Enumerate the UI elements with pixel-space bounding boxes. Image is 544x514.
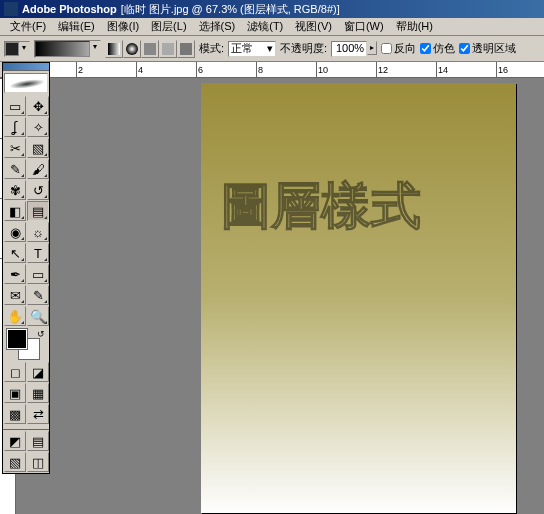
app-icon [4,2,18,16]
menu-file[interactable]: 文件(F) [4,18,52,35]
brush-preview [4,73,48,93]
chevron-down-icon: ▾ [267,42,273,55]
ruler-tick: 4 [136,62,143,78]
title-bar: Adobe Photoshop [临时 图片.jpg @ 67.3% (图层样式… [0,0,544,18]
gradient-type-group [105,40,195,58]
mode-button-row: ◻◪▣▦▩⇄ [3,361,49,425]
move-tool[interactable]: ✥ [27,96,49,116]
zoom-tool[interactable]: 🔍 [27,306,49,326]
dodge-tool[interactable]: ☼ [27,222,49,242]
marquee-tool[interactable]: ▭ [4,96,26,116]
ruler-tick: 12 [376,62,388,78]
extra-palette: ◩▤▧◫ [3,429,49,473]
workspace: 0246810121416 0246 圖層樣式 [0,62,544,514]
ruler-tick: 14 [436,62,448,78]
reflected-gradient-button[interactable] [159,40,177,58]
menu-layer[interactable]: 图层(L) [145,18,192,35]
type-tool[interactable]: T [27,243,49,263]
path-selection-tool[interactable]: ↖ [4,243,26,263]
ruler-tick: 8 [256,62,263,78]
svg-point-1 [126,43,138,55]
swap-colors-icon[interactable]: ↺ [37,329,45,339]
brush-tool[interactable]: 🖌 [27,159,49,179]
quickmask-mode[interactable]: ◪ [27,362,49,382]
menu-filter[interactable]: 滤镜(T) [241,18,289,35]
chevron-down-icon: ▾ [90,41,100,55]
magic-wand-tool[interactable]: ✧ [27,117,49,137]
shape-tool[interactable]: ▭ [27,264,49,284]
document-title: [临时 图片.jpg @ 67.3% (图层样式, RGB/8#)] [121,2,340,17]
extra-2[interactable]: ▤ [27,431,49,451]
crop-tool[interactable]: ✂ [4,138,26,158]
extra-4[interactable]: ◫ [27,452,49,472]
svg-rect-2 [144,43,156,55]
lasso-tool[interactable]: ʆ [4,117,26,137]
gradient-preview [35,41,90,57]
clone-stamp-tool[interactable]: ✾ [4,180,26,200]
ruler-tick: 6 [196,62,203,78]
menu-help[interactable]: 帮助(H) [390,18,439,35]
menu-edit[interactable]: 编辑(E) [52,18,101,35]
svg-rect-3 [162,43,174,55]
reverse-checkbox[interactable]: 反向 [381,41,416,56]
slice-tool[interactable]: ▧ [27,138,49,158]
menu-select[interactable]: 选择(S) [193,18,242,35]
horizontal-ruler[interactable]: 0246810121416 [16,62,544,78]
notes-tool[interactable]: ✉ [4,285,26,305]
radial-gradient-button[interactable] [123,40,141,58]
menu-bar: 文件(F) 编辑(E) 图像(I) 图层(L) 选择(S) 滤镜(T) 视图(V… [0,18,544,36]
standard-mode[interactable]: ◻ [4,362,26,382]
opacity-stepper[interactable]: ▸ [367,41,377,55]
svg-rect-0 [108,43,120,55]
chevron-down-icon: ▾ [19,42,29,56]
menu-image[interactable]: 图像(I) [101,18,145,35]
hand-tool[interactable]: ✋ [4,306,26,326]
eraser-tool[interactable]: ◧ [4,201,26,221]
eyedropper-tool[interactable]: ✎ [27,285,49,305]
gradient-tool[interactable]: ▤ [27,201,49,221]
diamond-gradient-button[interactable] [177,40,195,58]
opacity-label: 不透明度: [280,41,327,56]
healing-brush-tool[interactable]: ✎ [4,159,26,179]
ruler-tick: 10 [316,62,328,78]
imageready-switch[interactable]: ⇄ [27,404,49,424]
tool-preset-picker[interactable]: ▾ [4,41,30,57]
gradient-picker[interactable]: ▾ [34,40,101,58]
text-selection-marquee: 圖層樣式 [221,173,421,240]
toolbox-panel[interactable]: ▭✥ʆ✧✂▧✎🖌✾↺◧▤◉☼↖T✒▭✉✎✋🔍 ↺ ◻◪▣▦▩⇄ ◩▤▧◫ [2,62,50,474]
ruler-tick: 16 [496,62,508,78]
pen-tool[interactable]: ✒ [4,264,26,284]
screen-standard[interactable]: ▣ [4,383,26,403]
document-canvas[interactable]: 圖層樣式 [201,83,516,513]
linear-gradient-button[interactable] [105,40,123,58]
tool-grid: ▭✥ʆ✧✂▧✎🖌✾↺◧▤◉☼↖T✒▭✉✎✋🔍 [3,95,49,327]
gradient-tool-icon [5,42,19,56]
svg-rect-4 [180,43,192,55]
foreground-color-swatch[interactable] [7,329,27,349]
extra-3[interactable]: ▧ [4,452,26,472]
color-swatch-group: ↺ [3,327,49,361]
blur-tool[interactable]: ◉ [4,222,26,242]
opacity-input[interactable]: 100% [331,41,367,57]
panel-grip[interactable] [3,63,49,71]
dither-checkbox[interactable]: 仿色 [420,41,455,56]
extra-1[interactable]: ◩ [4,431,26,451]
options-bar: ▾ ▾ 模式: 正常▾ 不透明度: 100%▸ 反向 仿色 透明区域 [0,36,544,62]
blend-mode-select[interactable]: 正常▾ [228,41,276,57]
canvas-viewport[interactable]: 圖層樣式 [16,78,544,514]
screen-full-menus[interactable]: ▦ [27,383,49,403]
app-name: Adobe Photoshop [22,3,117,15]
ruler-tick: 2 [76,62,83,78]
blend-mode-label: 模式: [199,41,224,56]
angle-gradient-button[interactable] [141,40,159,58]
menu-window[interactable]: 窗口(W) [338,18,390,35]
menu-view[interactable]: 视图(V) [289,18,338,35]
history-brush-tool[interactable]: ↺ [27,180,49,200]
screen-full[interactable]: ▩ [4,404,26,424]
transparency-checkbox[interactable]: 透明区域 [459,41,516,56]
